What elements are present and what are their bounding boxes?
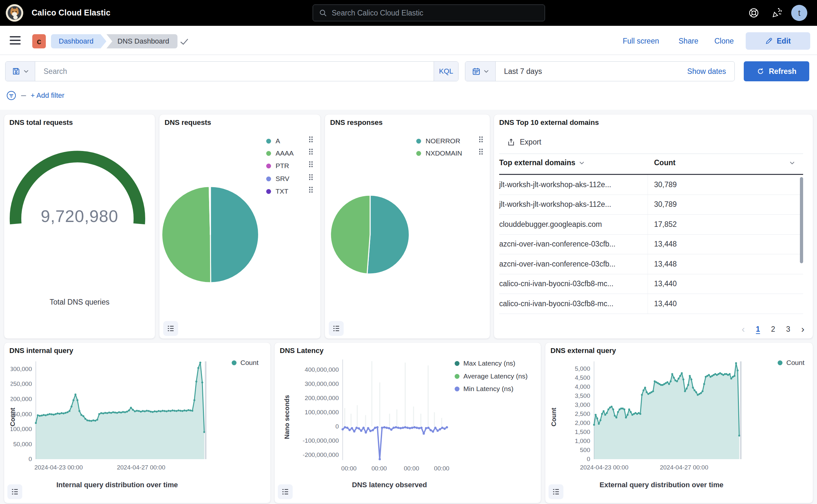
svg-text:2024-04-27 00:00: 2024-04-27 00:00 [660, 464, 708, 471]
breadcrumb-check-icon[interactable] [179, 37, 189, 46]
legend-actions-icon[interactable] [309, 174, 310, 176]
legend-item-srv[interactable]: SRV [266, 175, 289, 183]
legend-item-nxdomain[interactable]: NXDOMAIN [416, 149, 462, 157]
svg-text:4,500: 4,500 [575, 374, 590, 381]
legend-toggle-list-icon[interactable] [549, 484, 563, 499]
cell-domain: calico-cni-ivan-byocni-03cfb8-mc... [499, 299, 648, 308]
y-axis-title: Nano seconds [283, 382, 291, 453]
pie-chart-dns-requests[interactable] [159, 115, 320, 338]
column-header-domains[interactable]: Top external domains [499, 158, 584, 167]
legend-item-max-latency[interactable]: Max Latency (ns) [455, 359, 515, 367]
edit-button[interactable]: Edit [746, 32, 810, 50]
cell-count: 13,440 [648, 299, 677, 308]
svg-text:100,000: 100,000 [11, 426, 32, 432]
svg-text:400,000,000: 400,000,000 [305, 366, 339, 373]
menu-hamburger-icon[interactable] [10, 36, 21, 45]
clone-link[interactable]: Clone [714, 37, 734, 45]
x-axis-title: External query distribution over time [571, 481, 752, 489]
share-link[interactable]: Share [679, 37, 698, 45]
legend-item-aaaa[interactable]: AAAA [266, 149, 294, 157]
legend-toggle-list-icon[interactable] [7, 484, 22, 499]
legend-toggle-list-icon[interactable] [163, 321, 178, 336]
calico-logo-icon[interactable] [6, 4, 23, 22]
column-header-count[interactable]: Count [654, 158, 795, 167]
global-search-placeholder: Search Calico Cloud Elastic [332, 9, 423, 17]
legend-dot [266, 189, 271, 194]
legend-dot [266, 176, 271, 181]
gauge-chart [4, 115, 155, 295]
legend-dot [416, 151, 421, 156]
export-button[interactable]: Export [507, 138, 541, 146]
table-row: jlt-worksh-jlt-workshop-aks-112e... 30,7… [499, 175, 803, 195]
time-range-value[interactable]: Last 7 days [496, 62, 687, 81]
calendar-menu[interactable] [465, 62, 496, 81]
pagination-next-icon[interactable]: › [801, 324, 804, 334]
legend-item-count[interactable]: Count [778, 359, 804, 367]
pagination-page-1[interactable]: 1 [756, 325, 760, 334]
legend-toggle-list-icon[interactable] [329, 321, 344, 336]
global-search-input[interactable]: Search Calico Cloud Elastic [313, 5, 545, 21]
cell-count: 17,852 [648, 220, 677, 229]
help-icon[interactable] [748, 7, 760, 19]
svg-text:500: 500 [580, 447, 590, 453]
pagination-page-3[interactable]: 3 [786, 325, 790, 334]
svg-text:2024-04-23 00:00: 2024-04-23 00:00 [580, 464, 628, 471]
space-badge[interactable]: c [32, 34, 46, 48]
svg-text:3,500: 3,500 [575, 392, 590, 399]
table-row: calico-cni-ivan-byocni-03cfb8-mc... 13,4… [499, 274, 803, 294]
panel-title: DNS internal query [9, 347, 73, 355]
legend-item-txt[interactable]: TXT [266, 187, 288, 195]
legend-item-ptr[interactable]: PTR [266, 162, 289, 170]
full-screen-link[interactable]: Full screen [623, 37, 659, 45]
kql-language-button[interactable]: KQL [434, 62, 458, 81]
column-header-label: Top external domains [499, 158, 575, 167]
gauge-value: 9,720,980 [4, 207, 155, 226]
pagination-page-2[interactable]: 2 [771, 325, 775, 334]
news-party-popper-icon[interactable] [771, 7, 783, 19]
x-axis-title: DNS latency observed [306, 481, 473, 489]
legend-item-min-latency[interactable]: Min Latency (ns) [455, 385, 513, 393]
legend-actions-icon[interactable] [309, 149, 310, 150]
legend-item-count[interactable]: Count [232, 359, 258, 367]
breadcrumb-current[interactable]: DNS Dashboard [106, 34, 177, 48]
legend-actions-icon[interactable] [309, 187, 310, 188]
user-avatar[interactable]: t [791, 5, 807, 21]
line-chart-dns-latency[interactable]: -200,000,000-100,000,0000100,000,000200,… [293, 358, 454, 475]
svg-text:00:00: 00:00 [341, 465, 357, 472]
svg-text:1,500: 1,500 [575, 428, 590, 435]
area-chart-internal-query[interactable]: 050,000100,000150,000200,000250,000300,0… [11, 358, 217, 475]
cell-count: 30,789 [648, 180, 677, 189]
legend-actions-icon[interactable] [479, 136, 480, 138]
saved-query-menu[interactable] [5, 62, 35, 81]
cell-count: 13,448 [648, 260, 677, 268]
legend-actions-icon[interactable] [309, 161, 310, 163]
breadcrumb-dashboard[interactable]: Dashboard [51, 34, 106, 48]
panel-title: DNS Top 10 external domains [499, 118, 599, 127]
table-scrollbar[interactable] [800, 177, 803, 263]
add-filter-button[interactable]: + Add filter [31, 91, 65, 100]
date-picker-bar: Last 7 days Show dates [465, 61, 735, 81]
svg-text:200,000,000: 200,000,000 [305, 395, 339, 401]
refresh-button[interactable]: Refresh [744, 61, 809, 81]
legend-actions-icon[interactable] [479, 149, 480, 150]
show-dates-link[interactable]: Show dates [687, 62, 734, 81]
area-chart-external-query[interactable]: 05001,0001,5002,0002,5003,0003,5004,0004… [563, 358, 757, 475]
svg-text:00:00: 00:00 [434, 465, 449, 472]
panel-dns-responses: DNS responses NOERROR NXDOMAIN [325, 115, 490, 338]
svg-text:2,000: 2,000 [575, 419, 590, 426]
pie-chart-dns-responses[interactable] [325, 115, 490, 338]
pagination-prev-icon[interactable]: ‹ [742, 324, 745, 334]
panel-top-external-domains: DNS Top 10 external domains Export Top e… [494, 115, 813, 338]
legend-item-average-latency[interactable]: Average Latency (ns) [455, 372, 528, 380]
query-search-input[interactable]: Search [35, 62, 434, 81]
filter-icon[interactable] [6, 90, 16, 101]
cell-domain: azcni-over-ivan-conference-03cfb... [499, 240, 648, 248]
gauge-caption: Total DNS queries [4, 298, 155, 307]
cell-domain: clouddebugger.googleapis.com [499, 220, 648, 229]
legend-actions-icon[interactable] [309, 136, 310, 138]
legend-item-noerror[interactable]: NOERROR [416, 137, 460, 145]
legend-toggle-list-icon[interactable] [278, 484, 293, 499]
chevron-down-icon [484, 70, 489, 73]
legend-item-a[interactable]: A [266, 137, 280, 145]
svg-text:00:00: 00:00 [371, 465, 387, 472]
